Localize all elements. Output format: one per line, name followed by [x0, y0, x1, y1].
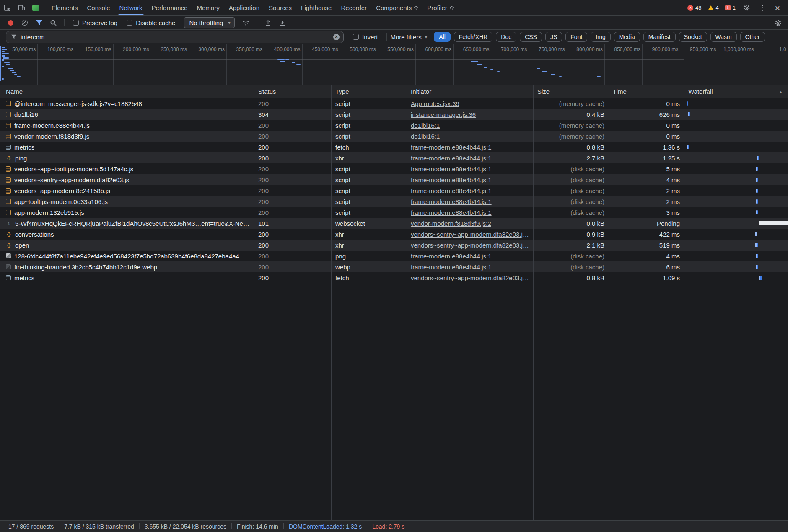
table-row[interactable]: metrics200fetchframe-modern.e88e4b44.js:…: [0, 142, 788, 152]
column-header-label: Time: [613, 88, 627, 95]
tab-lighthouse[interactable]: Lighthouse: [296, 0, 336, 15]
filter-text-input[interactable]: [21, 34, 329, 41]
filter-type-all[interactable]: All: [434, 32, 451, 42]
initiator-link[interactable]: vendor-modern.f818d3f9.js:2: [411, 220, 491, 227]
initiator-link[interactable]: vendors~sentry~app-modern.dfa82e03.js:1: [411, 274, 529, 281]
network-overview[interactable]: 50,000 ms100,000 ms150,000 ms200,000 ms2…: [0, 44, 788, 85]
column-header-label: Status: [258, 88, 276, 95]
initiator-link[interactable]: frame-modern.e88e4b44.js:1: [411, 253, 492, 260]
network-conditions-icon[interactable]: [239, 17, 253, 28]
tab-recorder[interactable]: Recorder: [336, 0, 371, 15]
filter-toggle-icon[interactable]: [32, 17, 46, 28]
disable-cache-checkbox[interactable]: [127, 20, 132, 26]
filter-type-manifest[interactable]: Manifest: [643, 32, 676, 42]
tab-label: Elements: [52, 4, 78, 11]
tab-label: Memory: [197, 4, 219, 11]
initiator-link[interactable]: instance-manager.js:36: [411, 111, 476, 118]
column-header-size[interactable]: Size: [533, 85, 609, 98]
invert-checkbox[interactable]: [353, 34, 359, 40]
more-filters-button[interactable]: More filters ▾: [391, 34, 428, 41]
column-header-waterfall[interactable]: Waterfall▲: [684, 85, 788, 98]
initiator-link[interactable]: frame-modern.e88e4b44.js:1: [411, 198, 492, 205]
settings-gear-icon[interactable]: [740, 2, 753, 13]
filter-type-font[interactable]: Font: [565, 32, 587, 42]
initiator-link[interactable]: frame-modern.e88e4b44.js:1: [411, 165, 492, 173]
tab-console[interactable]: Console: [83, 0, 115, 15]
preserve-log-label: Preserve log: [82, 19, 117, 26]
column-header-name[interactable]: Name: [0, 85, 254, 98]
table-row[interactable]: {}open200xhrvendors~sentry~app-modern.df…: [0, 240, 788, 251]
filter-input-box[interactable]: ×: [6, 31, 344, 43]
tab-elements[interactable]: Elements: [47, 0, 83, 15]
close-icon[interactable]: ×: [771, 2, 784, 13]
filter-type-fetch-xhr[interactable]: Fetch/XHR: [454, 32, 492, 42]
table-row[interactable]: vendors~app-modern.8e24158b.js200scriptf…: [0, 185, 788, 196]
table-row[interactable]: app-modern.132eb915.js200scriptframe-mod…: [0, 207, 788, 218]
initiator-link[interactable]: do1lbi16:1: [411, 122, 440, 129]
initiator-link[interactable]: vendors~sentry~app-modern.dfa82e03.js:1: [411, 231, 529, 238]
table-row[interactable]: vendor-modern.f818d3f9.js200scriptdo1lbi…: [0, 131, 788, 142]
record-button[interactable]: [4, 17, 17, 28]
network-settings-gear-icon[interactable]: [771, 17, 785, 28]
cell-type: script: [331, 174, 407, 185]
table-row[interactable]: metrics200fetchvendors~sentry~app-modern…: [0, 272, 788, 283]
table-row[interactable]: 128-6fdc4d4f8f7a11ebe942ef4e9ed568423f7e…: [0, 251, 788, 261]
throttling-select[interactable]: No throttling ▾: [184, 17, 234, 28]
search-icon[interactable]: [47, 17, 60, 28]
tab-application[interactable]: Application: [224, 0, 264, 15]
kebab-menu-icon[interactable]: [755, 2, 769, 13]
filter-type-socket[interactable]: Socket: [679, 32, 707, 42]
table-row[interactable]: app~tooltips-modern.0e33a106.js200script…: [0, 196, 788, 207]
cell-initiator: frame-modern.e88e4b44.js:1: [407, 142, 533, 152]
filter-type-media[interactable]: Media: [614, 32, 640, 42]
table-row[interactable]: {}ping200xhrframe-modern.e88e4b44.js:12.…: [0, 152, 788, 163]
table-row[interactable]: vendors~app~tooltips-modern.5d147a4c.js2…: [0, 163, 788, 174]
inspect-element-icon[interactable]: [0, 2, 14, 13]
import-har-icon[interactable]: [262, 17, 275, 28]
filter-type-img[interactable]: Img: [591, 32, 610, 42]
table-row[interactable]: vendors~sentry~app-modern.dfa82e03.js200…: [0, 174, 788, 185]
preserve-log-checkbox[interactable]: [73, 20, 79, 26]
clear-button[interactable]: [18, 17, 31, 28]
cell-status: 101: [254, 218, 331, 229]
extension-icon[interactable]: [29, 2, 42, 13]
table-row[interactable]: do1lbi16304scriptinstance-manager.js:360…: [0, 109, 788, 120]
initiator-link[interactable]: frame-modern.e88e4b44.js:1: [411, 187, 492, 194]
initiator-link[interactable]: do1lbi16:1: [411, 133, 440, 140]
initiator-link[interactable]: frame-modern.e88e4b44.js:1: [411, 176, 492, 183]
table-row[interactable]: frame-modern.e88e4b44.js200scriptdo1lbi1…: [0, 120, 788, 131]
filter-type-doc[interactable]: Doc: [496, 32, 516, 42]
filter-type-other[interactable]: Other: [740, 32, 765, 42]
column-header-time[interactable]: Time: [609, 85, 684, 98]
filter-type-js[interactable]: JS: [545, 32, 562, 42]
table-row[interactable]: {}conversations200xhrvendors~sentry~app-…: [0, 229, 788, 240]
issues-badge[interactable]: ! 1: [723, 5, 738, 11]
clear-filter-icon[interactable]: ×: [333, 34, 340, 40]
table-row[interactable]: @intercom_messenger-js-sdk.js?v=c1882548…: [0, 98, 788, 109]
table-row[interactable]: ↑↓5-Wf4mUxHqQkEFcRHQRjuaPaluZfBl1dAhOv8c…: [0, 218, 788, 229]
tab-sources[interactable]: Sources: [264, 0, 296, 15]
export-har-icon[interactable]: [276, 17, 289, 28]
initiator-link[interactable]: frame-modern.e88e4b44.js:1: [411, 263, 492, 271]
initiator-link[interactable]: frame-modern.e88e4b44.js:1: [411, 155, 492, 162]
device-toolbar-icon[interactable]: [15, 2, 28, 13]
initiator-link[interactable]: frame-modern.e88e4b44.js:1: [411, 144, 492, 151]
filter-type-css[interactable]: CSS: [520, 32, 542, 42]
column-header-initiator[interactable]: Initiator: [407, 85, 533, 98]
warning-badge[interactable]: 4: [705, 5, 721, 11]
column-header-status[interactable]: Status: [254, 85, 331, 98]
initiator-link[interactable]: App.routes.jsx:39: [411, 100, 459, 107]
overview-activity-mark: [2, 47, 5, 48]
waterfall-bar: [759, 221, 788, 225]
tab-network[interactable]: Network: [115, 0, 147, 15]
tab-profiler[interactable]: Profiler: [423, 0, 458, 15]
tab-components[interactable]: Components: [371, 0, 423, 15]
initiator-link[interactable]: frame-modern.e88e4b44.js:1: [411, 209, 492, 216]
tab-performance[interactable]: Performance: [147, 0, 192, 15]
filter-type-wasm[interactable]: Wasm: [710, 32, 737, 42]
tab-memory[interactable]: Memory: [192, 0, 224, 15]
table-row[interactable]: fin-thinking-branded.3b2cb5c4b74bb12c1d9…: [0, 261, 788, 272]
initiator-link[interactable]: vendors~sentry~app-modern.dfa82e03.js:1: [411, 242, 529, 249]
column-header-type[interactable]: Type: [331, 85, 407, 98]
error-badge[interactable]: × 48: [685, 5, 704, 11]
